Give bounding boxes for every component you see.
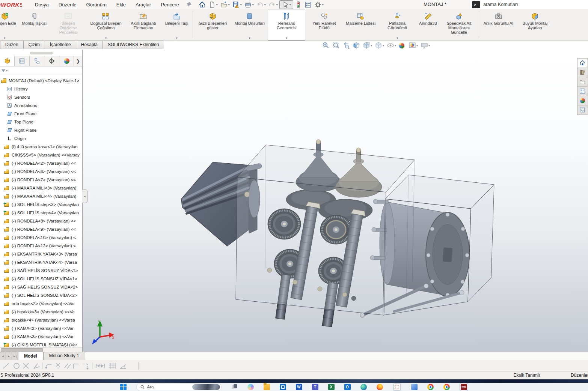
tab-configuration-manager[interactable] [30,56,44,66]
sketch-tools-icons[interactable] [0,361,135,370]
tree-item[interactable]: Annotations [0,101,82,110]
ribbon-large-assembly-settings[interactable]: Büyük Montaj Ayarları [516,9,554,41]
tree-item[interactable]: ÇIKIŞŞŞ<5> (Varsayılan) <<Varsay [0,151,82,159]
ribbon-component-preview[interactable]: Bileşen Önizleme Penceresi [50,9,87,41]
select-cursor-button[interactable]: ▾ [279,0,293,9]
zoom-area-icon[interactable] [332,42,340,49]
taskpane-home-icon[interactable] [577,59,587,68]
tree-item[interactable]: bıçakkk<4> (Varsayılan) <<Varsa [0,316,82,324]
tree-item[interactable]: History [0,85,82,93]
tree-item[interactable]: (-) SOL HELİS SONSUZ VİDA<2> [0,291,82,299]
view-orientation-icon[interactable]: ▾ [363,42,372,49]
task-view-icon[interactable] [231,384,238,390]
tree-item[interactable]: (f) 4 lü yarma kasa<1> (Varsayılan [0,143,82,151]
ribbon-exploded-view[interactable]: Patlatma Görünümü▾ [378,9,416,41]
ribbon-show-hidden-components[interactable]: Gizli Bileşenleri göster [194,9,232,41]
solidworks-icon[interactable] [461,384,467,390]
start-button-icon[interactable] [120,384,127,390]
panel-expand-chevron[interactable]: ❯ [74,56,82,66]
edge-icon[interactable] [360,384,367,390]
file-explorer-icon[interactable] [264,384,270,390]
view-palette-icon[interactable] [577,87,587,96]
teams-icon[interactable] [312,384,318,390]
tree-item[interactable]: MONTAJ (Default) <Display State-1> [0,77,82,85]
redo-button[interactable]: ▾ [267,0,279,9]
tab-nav-next-icon[interactable]: ► [6,352,12,360]
search-highlight-thumbnail[interactable] [192,384,220,390]
ribbon-reference-geometry[interactable]: Referans Geometrisi▾ [268,9,305,41]
copilot-icon[interactable] [247,384,254,390]
tree-item[interactable]: (-) RONDELA<8> (Varsayılan) << [0,217,82,225]
tab-motion-study[interactable]: Motion Study 1 [43,352,85,360]
taskbar-search[interactable]: Ara [136,383,222,391]
menu-item[interactable]: Araçlar [131,1,156,9]
new-document-button[interactable]: ▾ [207,0,219,9]
tree-item[interactable]: (-) EKSANTRİK YATAK<4> (Varsa [0,258,82,266]
command-search[interactable]: >_ arama Komutları [470,0,588,9]
tree-item[interactable]: (-) SOL HELİS SONSUZ VİDA<1> [0,275,82,283]
outlook-icon[interactable] [344,384,351,390]
command-tab[interactable]: SOLIDWORKS Eklentileri [103,41,164,49]
rebuild-icon-button[interactable] [294,0,303,9]
remote-desktop-icon[interactable] [411,384,418,390]
tree-item[interactable]: (-) RONDELA<10> (Varsayılan) < [0,233,82,242]
menu-item[interactable]: Görünüm [81,1,112,9]
tree-item[interactable]: (-) KAMA<2> (Varsayılan) <<Var [0,324,82,332]
chrome-icon[interactable] [427,384,434,390]
tree-item[interactable]: (-) EKSANTRİK YATAK<3> (Varsa [0,250,82,258]
snipping-tool-highlight[interactable] [393,383,401,391]
display-style-icon[interactable]: ▾ [375,42,384,49]
tab-property-manager[interactable] [15,56,29,66]
tab-display-manager[interactable] [59,56,74,66]
pin-menu-icon[interactable] [185,1,192,8]
tab-model[interactable]: Model [18,352,43,360]
tree-item[interactable]: (-) RONDELA<6> (Varsayılan) << [0,167,82,176]
print-button[interactable]: ▾ [243,0,255,9]
appearances-scenes-icon[interactable] [577,96,587,105]
previous-view-icon[interactable] [342,42,350,49]
tree-item[interactable]: Right Plane [0,126,82,134]
word-icon[interactable] [296,384,302,390]
command-tab[interactable]: Hesapla [76,41,103,49]
undo-button[interactable]: ▾ [255,0,267,9]
custom-properties-icon[interactable] [577,105,587,115]
ribbon-smart-fasteners[interactable]: Akıllı Bağlantı Elemanları [125,9,162,41]
zoom-fit-icon[interactable] [322,42,330,49]
hide-show-items-icon[interactable]: ▾ [387,42,396,49]
command-tab[interactable]: Düzen [0,41,24,49]
tree-item[interactable]: (-) SAĞ HELİS SONSUZ VİDA<1> [0,266,82,275]
ribbon-insert-component[interactable]: Bileşen Ekle▾ [0,9,19,41]
tree-item[interactable]: (-) KAMA<3> (Varsayılan) <<Var [0,332,82,341]
design-library-icon[interactable] [577,68,587,77]
tree-item[interactable]: (-) RONDELA<9> (Varsayılan) << [0,225,82,233]
tree-horizontal-scrollbar[interactable] [0,347,82,352]
apply-scene-icon[interactable]: ▾ [409,42,418,49]
ribbon-speedpak-update[interactable]: SpeedPak Alt Montajlarını Güncelle [440,9,478,41]
tree-item[interactable]: (-) SOL HELİS.step<3> (Varsayılan [0,200,82,209]
tree-item[interactable]: Sensors [0,93,82,101]
tab-feature-tree[interactable] [0,56,15,66]
section-view-icon[interactable] [353,42,360,49]
open-button[interactable]: ▾ [219,0,231,9]
tree-item[interactable]: orta bıçak<2> (Varsayılan) <<Var [0,299,82,308]
tree-item[interactable]: (-) RONDELA<2> (Varsayılan) << [0,159,82,167]
tree-item[interactable]: (-) ÇIKIŞ MOTFUL ŞİMATAŞI (Var [0,341,82,347]
ribbon-take-snapshot[interactable]: Anlık Görüntü Al [480,9,516,41]
home-button[interactable] [198,0,207,9]
view-settings-icon[interactable]: ▾ [421,42,430,49]
viewport-3d[interactable]: X Y [0,49,588,352]
ribbon-linear-pattern[interactable]: Doğrusal Bileşen Çoğaltma▾ [87,9,125,41]
ribbon-assembly-features[interactable]: Montaj Unsurları▾ [232,9,268,41]
tree-item[interactable]: Front Plane [0,110,82,118]
tree-item[interactable]: (-) SAĞ HELİS SONSUZ VİDA<2> [0,283,82,291]
tree-item[interactable]: (-) bıçakkk<3> (Varsayılan) <<Va [0,308,82,316]
options-list-button[interactable] [303,0,313,9]
ribbon-new-motion-study[interactable]: Yeni Hareket Etüdü [305,9,343,41]
command-tab[interactable]: Çizim [23,41,45,49]
tree-item[interactable]: Origin [0,134,82,143]
tree-item[interactable]: (-) MAKARA MİLİ<4> (Varsayılan) [0,192,82,200]
tree-item[interactable]: Top Plane [0,118,82,126]
ribbon-move-component[interactable]: Bileşeni Taşı▾ [162,9,191,41]
tab-dim-xpert[interactable] [44,56,59,66]
ribbon-instant3d[interactable]: Anında3B [416,9,440,41]
